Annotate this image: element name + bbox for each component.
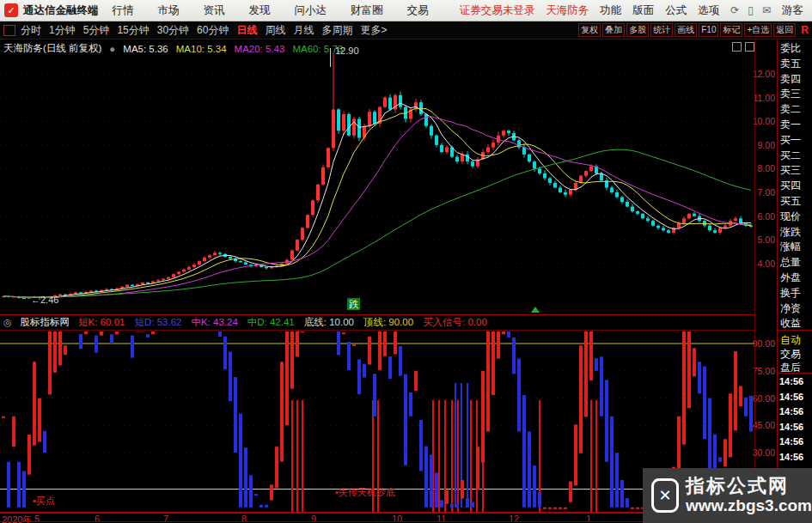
period-items: 分时1分钟5分钟15分钟30分钟60分钟日线周线月线多周期更多> [21,23,387,38]
quote-row-17: 换手 [780,286,811,301]
period-toolbar: 分时1分钟5分钟15分钟30分钟60分钟日线周线月线多周期更多> 复权叠加多股统… [0,21,812,40]
menu-right-item-2[interactable]: 版面 [632,3,654,18]
tick-time-row: 14:56 [779,392,812,402]
quote-row-13: 涨跌 [780,225,811,240]
quote-row-7: 买一 [780,133,811,148]
tool-button-7[interactable]: 标记 [720,23,742,37]
tick-time-row: 14:56 [779,436,812,447]
period-tab-10[interactable]: 多周期 [321,23,352,38]
watermark-url: www.zbgs3.com [686,497,812,515]
chart-right-border [754,40,755,523]
quote-row-16: 外盘 [780,271,811,285]
ma-legend-3: MA20: 5.43 [235,44,285,54]
realtime-flag[interactable]: R [801,24,809,36]
price-tick: 6.00 [749,211,775,222]
main-chart[interactable] [0,40,754,314]
signal-annotation-1: •买点 [33,495,55,508]
menu-right-item-4[interactable]: 选项 [698,3,719,18]
price-tick: 11.00 [749,93,775,103]
menu-item-1[interactable]: 行情 [113,3,134,18]
chart-title: 天海防务(日线 前复权) [3,42,101,55]
period-tab-8[interactable]: 周线 [265,23,285,38]
watermark-logo-icon: ✕ [651,478,679,513]
watermark: ✕ 指标公式网 www.zbgs3.com [643,468,812,523]
quote-row-10: 买四 [780,179,811,193]
green-arrow-icon [531,307,540,313]
price-tick: 12.00 [749,69,775,79]
high-marker-pole [330,48,331,67]
period-tab-4[interactable]: 15分钟 [117,23,149,38]
high-price-marker: 12.90 [335,46,359,56]
indicator-field-5: 底线: 10.00 [304,316,354,329]
refresh-icon[interactable]: ⟳ [730,4,739,16]
panel-button-2[interactable]: 交易 [780,347,811,362]
quote-row-9: 买三 [780,163,811,178]
quote-row-8: 买二 [780,149,811,163]
price-tick: 4.00 [749,258,775,269]
quote-row-3: 卖四 [780,72,811,87]
watermark-site-name: 指标公式网 [686,476,812,496]
menu-right-item-3[interactable]: 公式 [665,3,687,18]
tool-button-6[interactable]: F10 [699,23,718,37]
menu-item-4[interactable]: 发现 [249,3,271,18]
quote-row-4: 卖三 [780,87,811,101]
indicator-field-3: 中K: 43.24 [191,316,237,329]
tool-button-3[interactable]: 多股 [626,23,649,37]
menu-item-2[interactable]: 市场 [158,3,180,18]
tool-button-2[interactable]: 叠加 [602,23,625,37]
tick-time-row: 14:56 [779,406,812,417]
menu-items: 行情市场资讯发现问小达财富圈交易 [113,3,429,18]
tdx-terminal-window: ✓ 通达信金融终端 行情市场资讯发现问小达财富圈交易 证券交易未登录 天海防务 … [0,0,812,523]
ma-legend-2: MA10: 5.34 [176,44,227,54]
price-tick: 5.00 [749,234,775,245]
indicator-source: 股标指标网 [21,316,70,329]
tool-button-5[interactable]: 画线 [675,23,697,37]
right-quote-panel: 委比卖五卖四卖三卖二卖一买一买二买三买四买五现价涨跌涨幅总量外盘换手净资收益自动… [778,40,812,523]
indicator-tick: 90.00 [749,338,775,349]
quote-row-1: 委比 [780,41,811,56]
quote-row-6: 卖一 [780,118,811,132]
tool-button-1[interactable]: 复权 [578,23,601,37]
tool-button-4[interactable]: 统计 [650,23,673,37]
tick-time-row: 14:56 [779,376,812,386]
signal-annotation-2: •失传天机抄底 [335,486,395,499]
chart-type-icon[interactable] [3,25,15,36]
fall-badge: 跌 [347,298,360,310]
login-status[interactable]: 证券交易未登录 [460,3,535,18]
tick-time-row: 14:56 [779,452,812,462]
period-tab-9[interactable]: 月线 [293,23,314,38]
menu-item-3[interactable]: 资讯 [204,3,225,18]
quote-row-19: 收益 [780,316,811,331]
indicator-field-6: 顶线: 90.00 [363,316,413,329]
indicator-tick: 45.00 [749,420,775,430]
menu-item-7[interactable]: 交易 [407,3,429,18]
legend-dot-icon[interactable]: ● [109,44,115,54]
user-badge[interactable]: 游客 [782,3,803,18]
app-title: 通达信金融终端 [23,3,99,18]
period-tab-6[interactable]: 60分钟 [197,23,229,38]
price-tick: 8.00 [749,163,775,173]
period-tab-7[interactable]: 日线 [236,23,257,38]
indicator-tick: 60.00 [749,393,775,404]
current-stock-name[interactable]: 天海防务 [546,3,589,18]
period-tab-5[interactable]: 30分钟 [157,23,189,38]
indicator-field-1: 短K: 60.01 [78,316,125,329]
chart-expand-icon[interactable] [732,42,742,52]
tool-button-9[interactable]: 返回 [773,23,796,37]
period-tab-2[interactable]: 1分钟 [49,23,76,38]
menu-item-5[interactable]: 问小达 [295,3,327,18]
period-tab-11[interactable]: 更多> [360,23,387,38]
indicator-fields: 短K: 60.01短D: 53.62中K: 43.24中D: 42.41底线: … [78,316,487,329]
period-tab-1[interactable]: 分时 [21,23,41,38]
quote-divider2 [778,373,812,374]
menu-item-6[interactable]: 财富圈 [351,3,383,18]
quote-row-12: 现价 [780,210,811,224]
menu-right-item-1[interactable]: 功能 [600,3,621,18]
quote-row-11: 买五 [780,194,811,209]
low-price-marker: ←2.46 [31,295,58,305]
price-axis: 12.0011.0010.009.008.007.006.005.004.009… [749,0,775,523]
panel-button-1[interactable]: 自动 [780,333,811,348]
price-tick: 7.00 [749,187,775,198]
indicator-source-icon[interactable]: ◎ [3,317,12,328]
period-tab-3[interactable]: 5分钟 [83,23,110,38]
